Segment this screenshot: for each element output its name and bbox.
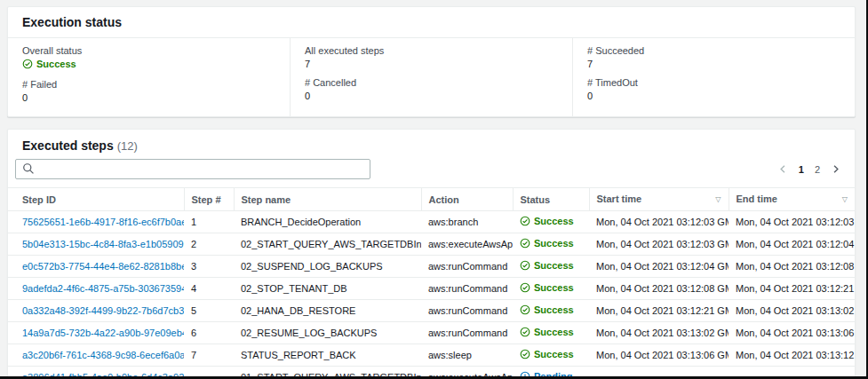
status-text: Success (534, 216, 574, 226)
column-header-label: Action (429, 194, 459, 205)
search-icon (22, 162, 35, 175)
status-cell: Success (513, 211, 589, 233)
step-id-link[interactable]: 75625651-1e6b-4917-8f16-ec6f7b0aeda9 (22, 217, 184, 227)
chevron-left-icon (778, 164, 788, 174)
step-number-cell: 4 (184, 278, 234, 300)
field-value-text: 7 (587, 59, 593, 69)
step-number-cell: 7 (184, 344, 234, 367)
column-header-label: Step # (192, 194, 221, 205)
chevron-right-icon (831, 164, 840, 174)
executed-steps-title: Executed steps(12) (22, 138, 138, 153)
status-field: All executed steps7 (305, 45, 558, 69)
action-cell: aws:sleep (421, 344, 513, 367)
action-cell: aws:runCommand (421, 300, 513, 322)
check-circle-icon (520, 304, 530, 315)
check-circle-icon (520, 282, 530, 293)
step-id-link[interactable]: a3896d41-fbb5-4ae0-b9be-6d4c3a929ef9 (22, 372, 184, 379)
status-badge: Success (520, 282, 574, 293)
table-row: a3896d41-fbb5-4ae0-b9be-6d4c3a929ef9-01_… (8, 367, 855, 379)
field-value: 7 (587, 59, 840, 69)
executed-steps-title-text: Executed steps (22, 138, 114, 153)
step-id-cell: 75625651-1e6b-4917-8f16-ec6f7b0aeda9 (8, 211, 184, 233)
execution-status-title: Execution status (22, 15, 840, 29)
step-id-link[interactable]: 9adefda2-4f6c-4875-a75b-3036735947f7 (22, 283, 184, 294)
field-label: All executed steps (305, 45, 558, 56)
sort-triangle-icon: ▽ (715, 193, 721, 205)
step-number-cell: 6 (184, 322, 234, 344)
table-header-row: Step IDStep #Step nameActionStatusStart … (8, 188, 855, 211)
column-header-label: Step name (242, 194, 291, 205)
search-input[interactable] (15, 159, 370, 179)
status-field: # Cancelled0 (305, 77, 558, 101)
step-id-cell: 0a332a48-392f-4499-9b22-7b6d7cb3093a (8, 300, 184, 322)
check-circle-icon (520, 216, 530, 226)
status-field: # Succeeded7 (587, 45, 840, 69)
step-name-cell: BRANCH_DecideOperation (234, 211, 421, 233)
action-cell: aws:runCommand (421, 256, 513, 278)
status-cell: Success (513, 278, 589, 300)
step-id-link[interactable]: a3c20b6f-761c-4368-9c98-6ecef6a0ab79 (22, 350, 184, 360)
step-id-link[interactable]: 0a332a48-392f-4499-9b22-7b6d7cb3093a (22, 305, 184, 316)
field-value: 7 (305, 59, 558, 69)
end-time-cell: - (729, 367, 855, 379)
check-circle-icon (520, 327, 530, 337)
field-value: 0 (587, 91, 840, 101)
execution-status-header: Execution status (8, 7, 855, 38)
start-time-cell: Mon, 04 Oct 2021 03:12:04 GMT (589, 256, 729, 278)
status-text: Pending (534, 371, 572, 379)
action-cell: aws:executeAwsApi (421, 233, 513, 256)
end-time-cell: Mon, 04 Oct 2021 03:12:08 GMT (729, 256, 855, 278)
action-cell: aws:runCommand (421, 322, 513, 344)
column-header-end-time[interactable]: End time▽ (729, 188, 855, 211)
field-value-text: 0 (305, 91, 310, 101)
step-id-link[interactable]: e0c572b3-7754-44e4-8e62-8281b8be86e1 (22, 261, 184, 272)
step-name-cell: 02_START_QUERY_AWS_TARGETDBInstanceId (234, 233, 421, 256)
step-name-cell: 02_STOP_TENANT_DB (234, 278, 421, 300)
field-value-text: 7 (305, 59, 310, 69)
status-column: All executed steps7# Cancelled0 (290, 38, 572, 116)
action-cell: aws:runCommand (421, 278, 513, 300)
step-id-link[interactable]: 5b04e313-15bc-4c84-8fa3-e1b059093f46 (22, 239, 184, 249)
step-id-link[interactable]: 14a9a7d5-732b-4a22-a90b-97e09eb4d541 (22, 328, 184, 338)
status-text: Success (534, 327, 574, 337)
end-time-cell: Mon, 04 Oct 2021 03:13:12 GMT (729, 344, 855, 367)
sort-triangle-icon: ▽ (842, 193, 848, 205)
console-page: Execution status Overall statusSuccess# … (0, 0, 868, 379)
column-header-status: Status (513, 188, 589, 211)
status-text: Success (534, 304, 574, 315)
field-label: # Failed (22, 79, 275, 90)
pagination-page-1[interactable]: 1 (799, 164, 804, 175)
status-field: # Failed0 (22, 79, 275, 103)
pagination-prev-button[interactable] (778, 164, 788, 174)
status-text: Success (36, 59, 76, 69)
column-header-start-time[interactable]: Start time▽ (589, 188, 729, 211)
step-id-cell: 14a9a7d5-732b-4a22-a90b-97e09eb4d541 (8, 322, 184, 344)
execution-status-grid: Overall statusSuccess# Failed0All execut… (8, 38, 855, 116)
table-row: 75625651-1e6b-4917-8f16-ec6f7b0aeda91BRA… (8, 211, 855, 233)
column-header-label: End time (737, 193, 777, 204)
field-value-text: 0 (22, 92, 28, 103)
column-header-label: Start time (597, 193, 642, 204)
start-time-cell: Mon, 04 Oct 2021 03:13:06 GMT (589, 344, 729, 367)
status-cell: Success (513, 300, 589, 322)
end-time-cell: Mon, 04 Oct 2021 03:13:02 GMT (729, 300, 855, 322)
status-text: Success (534, 282, 574, 293)
field-label: # TimedOut (587, 77, 840, 88)
step-number-cell: 1 (184, 211, 234, 233)
column-header-action: Action (421, 188, 513, 211)
status-cell: Success (513, 322, 589, 344)
executed-steps-panel: Executed steps(12) 12 Step IDStep #Step … (7, 129, 856, 379)
column-header-step-id: Step ID (8, 188, 184, 211)
pagination-next-button[interactable] (831, 164, 840, 174)
pagination-page-2[interactable]: 2 (815, 164, 820, 175)
start-time-cell: Mon, 04 Oct 2021 03:13:02 GMT (589, 322, 729, 344)
executed-steps-table: Step IDStep #Step nameActionStatusStart … (8, 187, 855, 379)
table-body: 75625651-1e6b-4917-8f16-ec6f7b0aeda91BRA… (8, 211, 855, 379)
status-badge: Success (520, 238, 574, 249)
start-time-cell: Mon, 04 Oct 2021 03:12:03 GMT (589, 233, 729, 256)
status-cell: Success (513, 233, 589, 256)
field-label: # Succeeded (587, 45, 840, 56)
start-time-cell: - (589, 367, 729, 379)
table-row: 9adefda2-4f6c-4875-a75b-3036735947f7402_… (8, 278, 855, 300)
check-circle-icon (520, 349, 530, 359)
